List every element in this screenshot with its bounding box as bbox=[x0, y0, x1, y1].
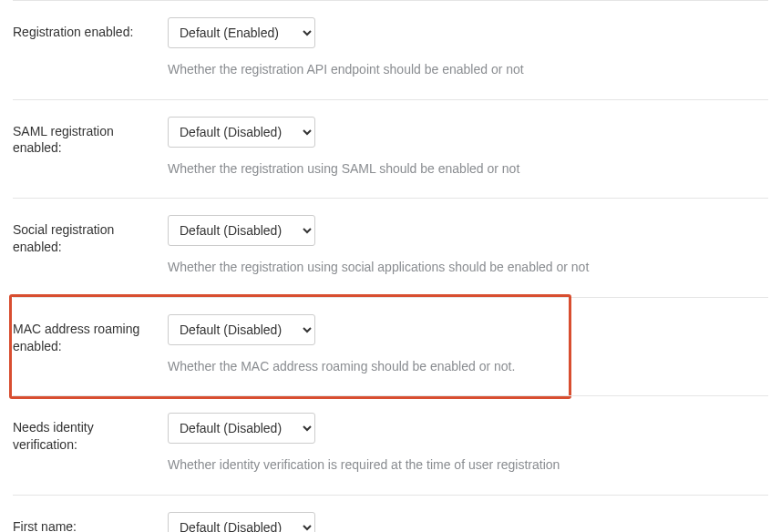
label-needs-identity-verification: Needs identity verification: bbox=[13, 413, 168, 475]
select-mac-address-roaming-enabled[interactable]: Default (Disabled) bbox=[168, 314, 315, 345]
help-saml-registration-enabled: Whether the registration using SAML shou… bbox=[168, 160, 768, 179]
row-registration-enabled: Registration enabled: Default (Enabled) … bbox=[13, 0, 768, 99]
row-social-registration-enabled: Social registration enabled: Default (Di… bbox=[13, 198, 768, 297]
settings-form: Registration enabled: Default (Enabled) … bbox=[0, 0, 781, 532]
control-col: Default (Enabled) Whether the registrati… bbox=[168, 17, 768, 79]
row-saml-registration-enabled: SAML registration enabled: Default (Disa… bbox=[13, 99, 768, 199]
control-col: Default (Disabled) Whether identity veri… bbox=[168, 413, 768, 475]
help-registration-enabled: Whether the registration API endpoint sh… bbox=[168, 61, 768, 79]
help-mac-address-roaming-enabled: Whether the MAC address roaming should b… bbox=[168, 358, 768, 376]
select-saml-registration-enabled[interactable]: Default (Disabled) bbox=[168, 117, 315, 148]
control-col: Default (Disabled) Whether the MAC addre… bbox=[168, 314, 768, 376]
label-first-name: First name: bbox=[13, 512, 168, 532]
select-social-registration-enabled[interactable]: Default (Disabled) bbox=[168, 215, 315, 246]
row-mac-address-roaming-enabled: MAC address roaming enabled: Default (Di… bbox=[13, 297, 768, 396]
help-social-registration-enabled: Whether the registration using social ap… bbox=[168, 259, 768, 277]
control-col: Default (Disabled) Whether the registrat… bbox=[168, 117, 768, 179]
row-needs-identity-verification: Needs identity verification: Default (Di… bbox=[13, 395, 768, 495]
select-needs-identity-verification[interactable]: Default (Disabled) bbox=[168, 413, 315, 444]
label-registration-enabled: Registration enabled: bbox=[13, 17, 168, 79]
label-saml-registration-enabled: SAML registration enabled: bbox=[13, 117, 168, 179]
label-mac-address-roaming-enabled: MAC address roaming enabled: bbox=[13, 314, 168, 376]
row-first-name: First name: Default (Disabled) Whether t… bbox=[13, 495, 768, 532]
control-col: Default (Disabled) Whether the registrat… bbox=[168, 215, 768, 277]
label-social-registration-enabled: Social registration enabled: bbox=[13, 215, 168, 277]
help-needs-identity-verification: Whether identity verification is require… bbox=[168, 456, 768, 475]
select-first-name[interactable]: Default (Disabled) bbox=[168, 512, 315, 532]
control-col: Default (Disabled) Whether this field sh… bbox=[168, 512, 768, 532]
select-registration-enabled[interactable]: Default (Enabled) bbox=[168, 17, 315, 48]
